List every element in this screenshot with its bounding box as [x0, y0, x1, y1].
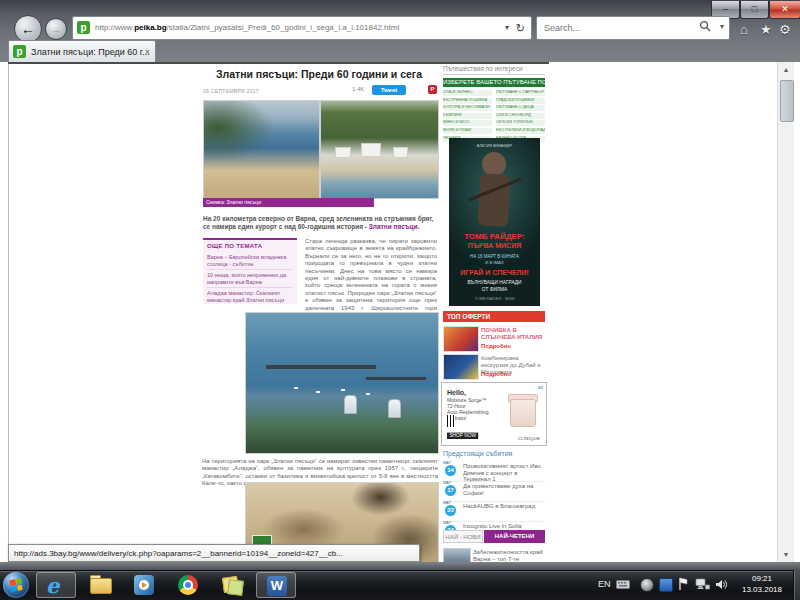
interest-link[interactable]: СПА И УЕЛНЕС [443, 90, 492, 96]
network-icon[interactable] [695, 578, 710, 591]
tweet-button[interactable]: Tweet [372, 85, 406, 95]
tab-most-read[interactable]: НАЙ-ЧЕТЕНИ [484, 530, 545, 543]
related-link[interactable]: Варна – Европейска младежка столица - съ… [207, 252, 293, 270]
offer-link[interactable]: ПОЧИВКА В СЛЪНЧЕВА ИТАЛИЯ [481, 327, 545, 341]
event-item[interactable]: МАР17 Да приветстваме духа на София! [443, 482, 545, 502]
home-icon[interactable]: ⌂ [740, 22, 748, 37]
taskbar-ie-button[interactable]: e [36, 572, 76, 598]
interests-banner-link[interactable]: ИЗБЕРЕТЕ ВАШЕТО ПЪТУВАНЕ ПО ИНТЕРЕСИ ОТТ… [443, 78, 545, 87]
taskbar-clock[interactable]: 09:21 13.03.2018 [734, 573, 790, 595]
interest-link[interactable]: КУЛТУРА И ФЕСТИВАЛИ [443, 105, 492, 111]
taskbar-media-player-button[interactable] [124, 572, 164, 598]
url-scheme: http://www. [95, 23, 134, 32]
interest-link[interactable]: СКИ И СНОУБОРД [496, 113, 545, 119]
tomb-raider-ad-banner[interactable]: АЛИСИЯ ВИКАНДЕР ТОМБ РАЙДЕР: ПЪРВА МИСИЯ… [449, 138, 540, 306]
tab-favicon: p [13, 45, 26, 58]
interest-link[interactable]: ЕКСТРЕМНА ПОЧИВКА [443, 98, 492, 104]
language-indicator[interactable]: EN [598, 579, 611, 589]
shop-now-button[interactable]: SHOP NOW [447, 433, 478, 439]
event-text: Incognito Live in Sofia [463, 523, 543, 530]
ad-headline: Hello, [447, 389, 466, 396]
resort-building [393, 147, 408, 158]
clock-date: 13.03.2018 [734, 584, 790, 595]
boat [316, 391, 320, 393]
taskbar-chrome-button[interactable] [168, 572, 208, 598]
interest-link[interactable]: ВИНО И ВКУС [443, 120, 492, 126]
scroll-up-icon[interactable]: ▲ [779, 62, 793, 77]
cosmetics-ad-banner[interactable]: ad Hello, Moisture Surge™ 72-Hour Auto-R… [441, 382, 547, 446]
related-link[interactable]: 10 неща, които непременно да направите в… [207, 270, 293, 288]
address-bar[interactable]: p http://www.peika.bg/statia/Zlatni_pyas… [72, 16, 532, 40]
tray-app-icon[interactable] [640, 578, 654, 592]
back-button[interactable]: ← [14, 15, 42, 43]
top-offers-heading: ТОП ОФЕРТИ [443, 311, 545, 322]
interest-link[interactable]: МОРЕ И ПЛАЖ [443, 128, 492, 134]
intro-link[interactable]: Златни пясъци. [369, 223, 420, 230]
close-button[interactable]: ✕ [769, 1, 800, 19]
scrollbar-thumb[interactable] [780, 80, 794, 122]
sticky-notes-icon [221, 574, 243, 596]
most-read-item[interactable]: Забележителността край Варна – топ 7-те [473, 549, 545, 562]
poster-contest-line1: ИГРАЙ И СПЕЧЕЛИ! [449, 269, 540, 276]
volume-icon[interactable] [715, 578, 728, 591]
scroll-down-icon[interactable]: ▼ [779, 547, 793, 562]
pinterest-share-icon[interactable]: P [428, 85, 437, 94]
ad-brand: CLINIQUE [517, 437, 540, 441]
action-center-flag-icon[interactable] [678, 577, 689, 591]
interest-link-label: СКИ И СНОУБОРД [496, 113, 531, 117]
interest-link[interactable]: СЕЛСКИ ТУРИЗЪМ [496, 120, 545, 126]
offer-cta[interactable]: Подробно [481, 371, 511, 377]
event-item[interactable]: МАР14 Провокативният артист Иво Димчев с… [443, 462, 545, 482]
scrollbar[interactable]: ▲ ▼ [777, 62, 794, 562]
interest-link[interactable]: КЪМПИНГ [443, 113, 492, 119]
start-button[interactable] [3, 572, 29, 598]
article-photo-modern-resort [320, 100, 439, 199]
settings-gear-icon[interactable]: ⚙ [779, 22, 791, 37]
offer-item[interactable]: ПОЧИВКА В СЛЪНЧЕВА ИТАЛИЯ Подробно [443, 326, 545, 352]
keyboard-icon[interactable] [616, 580, 630, 589]
tab-close-icon[interactable]: × [145, 41, 150, 63]
event-item[interactable]: МАР23 HackAUBG в Благоевград [443, 502, 545, 522]
taskbar-word-button[interactable]: W [256, 572, 296, 598]
favorites-star-icon[interactable]: ★ [760, 22, 772, 37]
photo-caption: Снимка: Златни пясъци [203, 198, 374, 207]
tab-title: Златни пясъци: Преди 60 г... [31, 41, 149, 63]
word-icon: W [266, 575, 288, 597]
interest-link-label: ГРАДСКИ ПОЧИВКИ [496, 98, 534, 102]
autocomplete-caret-icon[interactable]: ▾ [505, 17, 509, 39]
offer-thumbnail [443, 326, 479, 352]
forward-button[interactable]: → [45, 18, 67, 40]
refresh-icon[interactable]: ↻ [516, 17, 525, 39]
interest-link[interactable]: ГРАДСКИ ПОЧИВКИ [496, 98, 545, 104]
interest-link[interactable]: ПЪТУВАНЕ С ДЕЦА [496, 105, 545, 111]
interest-link[interactable]: ЕКО ПЪТЕКИ И ВОДОПАДИ [496, 128, 545, 134]
white-tower [344, 395, 357, 414]
interest-link[interactable]: ПЪТУВАНЕ С ПАРТНЬОР [496, 90, 545, 96]
boat [366, 393, 370, 395]
adchoices-icon[interactable]: ad [538, 385, 543, 390]
search-icon[interactable] [699, 20, 711, 32]
article-body: Стара легенда разказва, че пирати зарови… [305, 238, 437, 312]
maximize-button[interactable]: □ [740, 1, 769, 19]
taskbar-explorer-button[interactable] [80, 572, 120, 598]
show-desktop-button[interactable] [793, 570, 800, 600]
taskbar-notes-button[interactable] [212, 572, 252, 598]
offer-cta[interactable]: Подробно [481, 343, 511, 349]
chrome-icon [177, 574, 199, 596]
related-links-box: ОЩЕ ПО ТЕМАТА Варна – Европейска младежк… [203, 238, 297, 304]
tab-newest[interactable]: НАЙ - НОВИ [443, 530, 483, 543]
search-box[interactable]: ▾ [536, 16, 730, 40]
offer-item[interactable]: Комбинирана екскурзия до Дубай и Малдиви… [443, 354, 545, 380]
boat [341, 389, 345, 391]
interest-link-label: СПА И УЕЛНЕС [443, 90, 473, 94]
related-link[interactable]: Аладжа манастир: Скалният манастир край … [207, 288, 293, 305]
browser-tab[interactable]: p Златни пясъци: Преди 60 г... × [8, 40, 156, 63]
forward-icon: → [51, 23, 62, 35]
search-input[interactable] [542, 18, 676, 38]
search-caret-icon[interactable]: ▾ [720, 22, 724, 31]
tray-app-icon-blue[interactable] [659, 578, 673, 592]
interest-link-label: СЕЛСКИ ТУРИЗЪМ [496, 120, 532, 124]
internet-explorer-icon: e [46, 575, 68, 597]
calendar-day: 17 [445, 485, 456, 496]
upcoming-events-heading[interactable]: Предстоящи събития [443, 450, 512, 457]
